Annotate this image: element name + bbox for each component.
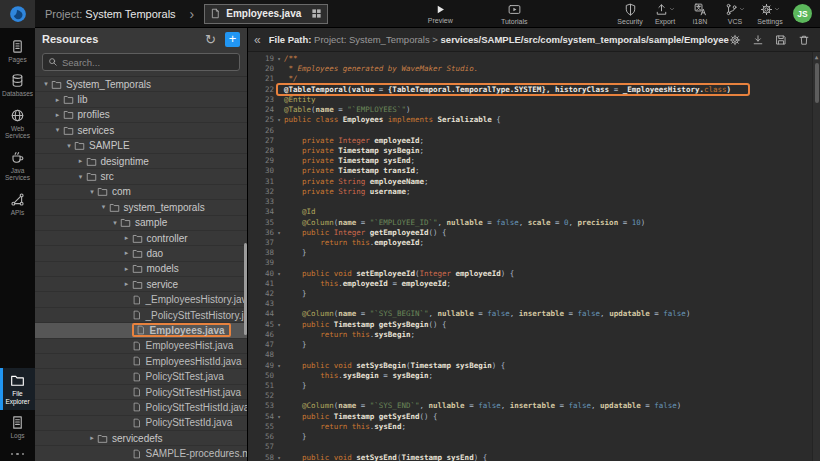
refresh-icon[interactable]: ↻ (205, 33, 216, 46)
save-file-icon[interactable] (775, 34, 787, 46)
folder-icon (10, 373, 25, 388)
collapse-panel-icon[interactable]: « (254, 33, 261, 47)
fold-icon[interactable]: ▾ (274, 453, 284, 461)
add-resource-button[interactable]: + (225, 32, 240, 47)
chevron-down-icon[interactable]: ▾ (99, 203, 109, 211)
more-options-icon[interactable] (0, 445, 35, 461)
tree-item-system-temporals[interactable]: ▾System_Temporals (35, 77, 247, 92)
sidebar-item-web-services[interactable]: Web Services (0, 103, 35, 145)
tree-item-policystttestid-java[interactable]: PolicySttTestId.java (35, 416, 247, 431)
editor-scrollbar-thumb[interactable] (815, 63, 819, 103)
fold-icon[interactable]: ▾ (274, 54, 284, 64)
tree-item--employeeshistory-java[interactable]: _EmployeesHistory.java (35, 292, 247, 307)
i18n-button[interactable]: i18N (683, 3, 717, 25)
vcs-button[interactable]: VCS (718, 3, 752, 25)
left-icon-rail: PagesDatabasesWeb ServicesJava ServicesA… (0, 28, 35, 461)
tree-item-sample-procedures-mappings-json[interactable]: SAMPLE-procedures.mappings.json (35, 446, 247, 461)
chevron-down-icon[interactable]: ▾ (110, 219, 120, 227)
code-text: public void setSysBegin(Timestamp sysBeg… (284, 361, 505, 371)
code-line-29: 29 private Timestamp sysEnd; (248, 156, 820, 166)
tree-item-label: EmployeesHistId.java (146, 356, 242, 367)
tree-item-models[interactable]: ▸models (35, 262, 247, 277)
download-file-icon[interactable] (752, 34, 764, 46)
sidebar-item-java-services[interactable]: Java Services (0, 145, 35, 187)
chevron-down-icon[interactable]: ▾ (64, 142, 74, 150)
chevron-right-icon[interactable]: ▸ (122, 234, 132, 242)
tree-item-system-temporals[interactable]: ▾system_temporals (35, 200, 247, 215)
tree-item-designtime[interactable]: ▸designtime (35, 154, 247, 169)
sidebar-item-apis[interactable]: APIs (0, 187, 35, 221)
export-button[interactable]: Export (648, 3, 682, 25)
resources-scrollbar[interactable] (244, 243, 247, 335)
code-line-20: 20 * Employees generated by WaveMaker St… (248, 64, 820, 74)
folder-icon (97, 433, 108, 444)
chevron-right-icon[interactable]: ▸ (122, 280, 132, 288)
chevron-down-icon[interactable]: ▾ (76, 173, 86, 181)
editor-scrollbar[interactable]: ▲ (812, 52, 820, 461)
folder-icon (63, 109, 74, 120)
tree-item-services[interactable]: ▾services (35, 123, 247, 138)
chevron-right-icon[interactable]: ▸ (76, 157, 86, 165)
tree-item-lib[interactable]: ▸lib (35, 92, 247, 107)
fold-icon[interactable]: ▾ (274, 320, 284, 330)
code-line-39: 39 (248, 258, 820, 268)
resource-search[interactable] (42, 53, 240, 71)
tree-item-label: com (112, 186, 131, 197)
tree-item-policystttest-java[interactable]: PolicySttTest.java (35, 369, 247, 384)
tree-item-servicedefs[interactable]: ▸servicedefs (35, 431, 247, 446)
fold-spacer (274, 95, 284, 105)
tree-item-controller[interactable]: ▸controller (35, 231, 247, 246)
code-text: return this.sysBegin; (284, 330, 415, 340)
tree-item-policystttesthistid-java[interactable]: PolicySttTestHistId.java (35, 400, 247, 415)
tab-employees-java[interactable]: Employees.java (204, 4, 328, 24)
chevron-down-icon[interactable]: ▾ (41, 80, 51, 88)
tree-item-dao[interactable]: ▸dao (35, 246, 247, 261)
tutorials-button[interactable]: Tutorials (494, 3, 534, 25)
chevron-right-icon[interactable]: ▸ (122, 265, 132, 273)
delete-file-icon[interactable] (798, 34, 810, 46)
line-number: 57 (248, 442, 274, 452)
tree-item-sample[interactable]: ▾sample (35, 216, 247, 231)
fold-icon[interactable]: ▾ (274, 361, 284, 371)
fold-icon[interactable]: ▾ (274, 412, 284, 422)
wavemaker-logo[interactable] (0, 0, 35, 28)
sidebar-item-file-explorer[interactable]: File Explorer (0, 368, 35, 410)
code-text: private Timestamp transId; (284, 166, 419, 176)
user-avatar[interactable]: JS (793, 4, 812, 23)
fold-icon[interactable]: ▾ (274, 269, 284, 279)
tree-item-profiles[interactable]: ▸profiles (35, 108, 247, 123)
chevron-right-icon[interactable]: ▸ (87, 434, 97, 442)
preview-button[interactable]: Preview (420, 4, 460, 24)
tree-item-employeeshist-java[interactable]: EmployeesHist.java (35, 339, 247, 354)
search-input[interactable] (62, 57, 234, 68)
grid-view-icon[interactable] (311, 8, 322, 19)
project-breadcrumb[interactable]: Project:System Temporals (45, 8, 176, 20)
tree-item-service[interactable]: ▸service (35, 277, 247, 292)
line-number: 50 (248, 371, 274, 381)
fold-icon[interactable]: ▾ (274, 115, 284, 125)
chevron-right-icon[interactable]: ▸ (53, 111, 63, 119)
tree-item-employees-java[interactable]: Employees.java (35, 323, 247, 338)
security-button[interactable]: Security (613, 3, 647, 25)
tree-item-src[interactable]: ▾src (35, 169, 247, 184)
tree-item-sample[interactable]: ▾SAMPLE (35, 139, 247, 154)
sidebar-item-databases[interactable]: Databases (0, 68, 35, 102)
file-icon (132, 341, 142, 351)
sidebar-item-logs[interactable]: Logs (0, 410, 35, 444)
file-settings-icon[interactable] (729, 34, 741, 46)
sidebar-item-pages[interactable]: Pages (0, 34, 35, 68)
line-number: 35 (248, 218, 274, 228)
fold-icon[interactable]: ▾ (274, 228, 284, 238)
scroll-up-icon[interactable]: ▲ (813, 53, 820, 60)
code-editor[interactable]: 19▾/**20 * Employees generated by WaveMa… (248, 52, 820, 461)
tree-item--policystttesthistory-java[interactable]: _PolicySttTestHistory.java (35, 308, 247, 323)
settings-button[interactable]: Settings (753, 3, 787, 25)
tree-item-policystttesthist-java[interactable]: PolicySttTestHist.java (35, 385, 247, 400)
chevron-down-icon[interactable]: ▾ (87, 188, 97, 196)
tree-item-com[interactable]: ▾com (35, 185, 247, 200)
chevron-right-icon[interactable]: ▸ (122, 249, 132, 257)
chevron-down-icon[interactable]: ▾ (53, 126, 63, 134)
tree-item-employeeshistid-java[interactable]: EmployeesHistId.java (35, 354, 247, 369)
chevron-right-icon[interactable]: ▸ (53, 96, 63, 104)
code-line-31: 31 private String employeeName; (248, 177, 820, 187)
